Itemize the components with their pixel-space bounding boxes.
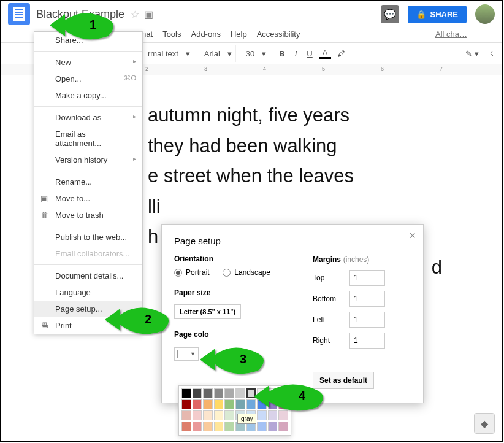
print-icon: 🖶 xyxy=(40,321,48,330)
close-icon[interactable]: × xyxy=(409,229,416,242)
pagecolor-label: Page colo xyxy=(174,330,294,339)
docs-icon[interactable] xyxy=(8,3,30,25)
menu-addons[interactable]: Add-ons xyxy=(186,28,224,40)
file-open[interactable]: Open...⌘O xyxy=(34,71,142,87)
color-swatch[interactable] xyxy=(193,399,202,409)
color-swatch[interactable] xyxy=(268,422,278,431)
margins-label: Margins xyxy=(313,255,341,264)
color-swatch[interactable] xyxy=(193,388,202,398)
color-swatch[interactable] xyxy=(203,422,213,431)
color-swatch[interactable] xyxy=(224,422,234,431)
avatar[interactable] xyxy=(475,4,495,24)
lock-icon: 🔒 xyxy=(416,10,426,19)
file-rename[interactable]: Rename... xyxy=(34,174,142,190)
color-swatch[interactable] xyxy=(203,388,213,398)
folder-icon[interactable]: ▣ xyxy=(144,9,153,20)
menu-help[interactable]: Help xyxy=(226,28,251,40)
callout-4: 4 xyxy=(251,378,330,417)
fontsize-dropdown[interactable]: 30 xyxy=(241,48,259,60)
color-swatch[interactable] xyxy=(235,399,245,409)
explore-button[interactable]: ◆ xyxy=(474,413,495,434)
font-dropdown[interactable]: Arial xyxy=(199,48,225,60)
file-menu: Share... New▸ Open...⌘O Make a copy... D… xyxy=(34,31,143,334)
menu-accessibility[interactable]: Accessibility xyxy=(253,28,305,40)
portrait-radio[interactable]: Portrait xyxy=(174,268,210,277)
color-swatch[interactable] xyxy=(257,422,267,431)
file-move-to-trash[interactable]: 🗑Move to trash xyxy=(34,207,142,223)
color-swatch[interactable] xyxy=(214,399,224,409)
comments-button[interactable]: 💬 xyxy=(381,5,399,23)
margin-top-input[interactable] xyxy=(349,270,385,286)
color-swatch[interactable] xyxy=(224,399,234,409)
underline-button[interactable]: U xyxy=(303,49,316,58)
file-document-details[interactable]: Document details... xyxy=(34,268,142,284)
file-language[interactable]: Language xyxy=(34,284,142,301)
color-swatch[interactable] xyxy=(181,399,191,409)
margin-left-input[interactable] xyxy=(349,312,385,328)
landscape-radio[interactable]: Landscape xyxy=(223,268,270,277)
italic-button[interactable]: I xyxy=(291,49,301,58)
editing-mode-button[interactable]: ✎ ▾ xyxy=(465,49,479,58)
pagecolor-dropdown[interactable]: ▼ xyxy=(174,347,199,361)
margin-bottom-input[interactable] xyxy=(349,291,385,307)
bold-button[interactable]: B xyxy=(275,49,288,58)
style-dropdown[interactable]: rmal text xyxy=(143,48,183,60)
color-swatch[interactable] xyxy=(214,422,224,431)
file-make-copy[interactable]: Make a copy... xyxy=(34,87,142,104)
callout-2: 2 xyxy=(102,301,175,341)
file-version-history[interactable]: Version history▸ xyxy=(34,152,142,168)
highlight-button[interactable]: 🖍 xyxy=(334,49,349,58)
callout-3: 3 xyxy=(197,341,270,380)
color-swatch[interactable] xyxy=(193,422,202,431)
file-email-attachment[interactable]: Email as attachment... xyxy=(34,126,142,152)
share-button[interactable]: 🔒 SHARE xyxy=(408,6,467,23)
menu-tools[interactable]: Tools xyxy=(158,28,185,40)
star-icon[interactable]: ☆ xyxy=(131,9,139,20)
papersize-dropdown[interactable]: Letter (8.5" x 11") xyxy=(174,304,241,319)
text-color-button[interactable]: A xyxy=(319,48,332,59)
share-label: SHARE xyxy=(430,10,458,19)
margin-right-input[interactable] xyxy=(349,333,385,349)
orientation-label: Orientation xyxy=(174,255,294,263)
papersize-label: Paper size xyxy=(174,288,294,297)
color-swatch[interactable] xyxy=(224,388,234,398)
color-swatch[interactable] xyxy=(214,388,224,398)
color-swatch[interactable] xyxy=(203,399,213,409)
file-publish[interactable]: Publish to the web... xyxy=(34,229,142,245)
folder-icon: ▣ xyxy=(40,194,48,203)
color-swatch[interactable] xyxy=(224,410,234,420)
file-new[interactable]: New▸ xyxy=(34,54,142,71)
color-swatch[interactable] xyxy=(235,388,245,398)
file-download[interactable]: Download as▸ xyxy=(34,109,142,126)
file-move-to[interactable]: ▣Move to... xyxy=(34,190,142,207)
color-swatch[interactable] xyxy=(181,422,191,431)
file-email-collaborators: Email collaborators... xyxy=(34,245,142,262)
color-swatch[interactable] xyxy=(203,410,213,420)
expand-button[interactable]: ㄑ xyxy=(488,48,496,59)
color-swatch[interactable] xyxy=(278,422,288,431)
color-swatch[interactable] xyxy=(214,410,224,420)
color-swatch[interactable] xyxy=(181,410,191,420)
color-swatch[interactable] xyxy=(181,388,191,398)
callout-1: 1 xyxy=(47,7,120,46)
dialog-title: Page setup xyxy=(174,236,411,246)
trash-icon: 🗑 xyxy=(40,210,48,220)
all-changes-link[interactable]: All cha… xyxy=(431,28,472,40)
color-swatch[interactable] xyxy=(193,410,202,420)
